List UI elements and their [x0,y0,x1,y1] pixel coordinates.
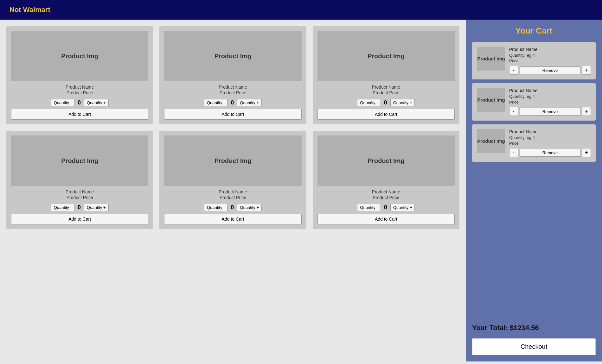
quantity-minus-button-1[interactable]: Quantity - [51,99,74,106]
quantity-row-2: Quantity - 0 Quantity + [204,99,262,106]
quantity-value-4: 0 [76,204,82,211]
cart-item-info-1: Product Name Quantity: eg 4 Price - Remo… [509,47,591,75]
cart-remove-button-1[interactable]: Remove [520,66,580,74]
product-price-3: Product Price [372,90,400,95]
add-to-cart-button-3[interactable]: Add to Cart [317,109,455,120]
product-name-1: Product Name [66,85,94,90]
cart-item-2: Product Img Product Name Quantity: eg 4 … [472,83,596,121]
cart-item-img-1: Product Img [477,47,505,71]
quantity-value-6: 0 [382,204,389,211]
quantity-value-5: 0 [229,204,235,211]
cart-item-price-1: Price [509,59,591,63]
quantity-plus-button-2[interactable]: Quantity + [237,99,262,106]
quantity-plus-button-4[interactable]: Quantity + [84,204,109,211]
site-title: Not Walmart [10,6,50,14]
quantity-minus-button-3[interactable]: Quantity - [357,99,381,106]
product-name-6: Product Name [372,189,400,194]
product-card-3: Product Img Product Name Product Price Q… [313,26,459,124]
cart-item-name-2: Product Name [509,88,591,93]
cart-plus-button-1[interactable]: + [582,66,591,75]
product-card-6: Product Img Product Name Product Price Q… [313,131,459,229]
cart-minus-button-2[interactable]: - [509,107,518,116]
product-name-2: Product Name [219,85,247,90]
cart-minus-button-1[interactable]: - [509,66,518,75]
quantity-minus-button-6[interactable]: Quantity - [357,204,381,211]
cart-item-qty-1: Quantity: eg 4 [509,53,591,58]
quantity-plus-button-3[interactable]: Quantity + [390,99,415,106]
quantity-plus-button-5[interactable]: Quantity + [237,204,262,211]
cart-item-1: Product Img Product Name Quantity: eg 4 … [472,42,596,79]
product-img-6: Product Img [317,135,455,186]
product-card-5: Product Img Product Name Product Price Q… [159,131,306,229]
quantity-row-1: Quantity - 0 Quantity + [51,99,109,106]
product-price-2: Product Price [219,90,247,95]
header: Not Walmart [0,0,602,20]
add-to-cart-button-4[interactable]: Add to Cart [11,214,148,224]
product-name-4: Product Name [66,189,94,194]
cart-item-name-1: Product Name [509,47,591,52]
quantity-minus-button-5[interactable]: Quantity - [204,204,227,211]
quantity-minus-button-2[interactable]: Quantity - [204,99,227,106]
product-grid: Product Img Product Name Product Price Q… [0,20,466,361]
cart-remove-button-2[interactable]: Remove [520,108,580,116]
quantity-row-5: Quantity - 0 Quantity + [204,204,262,211]
cart-item-controls-1: - Remove + [509,66,591,75]
product-price-5: Product Price [219,195,247,200]
product-img-4: Product Img [11,135,148,186]
cart-item-img-3: Product Img [477,129,505,153]
product-info-1: Product Name Product Price [66,85,94,96]
checkout-button[interactable]: Checkout [472,338,596,355]
quantity-minus-button-4[interactable]: Quantity - [51,204,74,211]
product-card-2: Product Img Product Name Product Price Q… [159,26,306,124]
quantity-row-3: Quantity - 0 Quantity + [357,99,415,106]
product-name-3: Product Name [372,85,400,90]
product-card-1: Product Img Product Name Product Price Q… [6,26,153,124]
cart-item-price-3: Price [509,141,591,146]
cart-item-name-3: Product Name [509,129,591,134]
cart-items-container: Product Img Product Name Quantity: eg 4 … [472,42,596,166]
main-layout: Product Img Product Name Product Price Q… [0,20,602,361]
quantity-row-4: Quantity - 0 Quantity + [51,204,109,211]
product-img-5: Product Img [164,135,301,186]
cart-remove-button-3[interactable]: Remove [520,149,580,157]
product-img-1: Product Img [11,31,148,81]
product-card-4: Product Img Product Name Product Price Q… [6,131,153,229]
cart-plus-button-2[interactable]: + [582,107,591,116]
quantity-value-1: 0 [76,99,82,106]
add-to-cart-button-2[interactable]: Add to Cart [164,109,301,120]
product-img-2: Product Img [164,31,301,81]
quantity-value-3: 0 [382,99,389,106]
quantity-row-6: Quantity - 0 Quantity + [357,204,415,211]
cart-item-qty-2: Quantity: eg 4 [509,94,591,99]
cart-item-3: Product Img Product Name Quantity: eg 4 … [472,124,596,162]
product-info-3: Product Name Product Price [372,85,400,96]
add-to-cart-button-6[interactable]: Add to Cart [317,214,455,224]
product-info-2: Product Name Product Price [219,85,247,96]
add-to-cart-button-1[interactable]: Add to Cart [11,109,148,120]
cart-item-img-2: Product Img [477,88,505,112]
cart-panel: Your Cart Product Img Product Name Quant… [466,20,602,361]
cart-plus-button-3[interactable]: + [582,148,591,157]
product-price-4: Product Price [66,195,94,200]
quantity-value-2: 0 [229,99,235,106]
quantity-plus-button-6[interactable]: Quantity + [390,204,415,211]
product-price-1: Product Price [66,90,94,95]
cart-item-info-2: Product Name Quantity: eg 4 Price - Remo… [509,88,591,116]
product-info-4: Product Name Product Price [66,189,94,201]
cart-item-controls-2: - Remove + [509,107,591,116]
cart-title: Your Cart [472,26,596,36]
product-info-5: Product Name Product Price [219,189,247,201]
product-info-6: Product Name Product Price [372,189,400,201]
cart-minus-button-3[interactable]: - [509,148,518,157]
cart-item-price-2: Price [509,100,591,104]
cart-item-qty-3: Quantity: eg 4 [509,135,591,140]
product-price-6: Product Price [372,195,400,200]
product-img-3: Product Img [317,31,455,81]
add-to-cart-button-5[interactable]: Add to Cart [164,214,301,224]
quantity-plus-button-1[interactable]: Quantity + [84,99,109,106]
cart-total: Your Total: $1234.56 [472,322,596,334]
product-name-5: Product Name [219,189,247,194]
cart-item-controls-3: - Remove + [509,148,591,157]
cart-item-info-3: Product Name Quantity: eg 4 Price - Remo… [509,129,591,157]
